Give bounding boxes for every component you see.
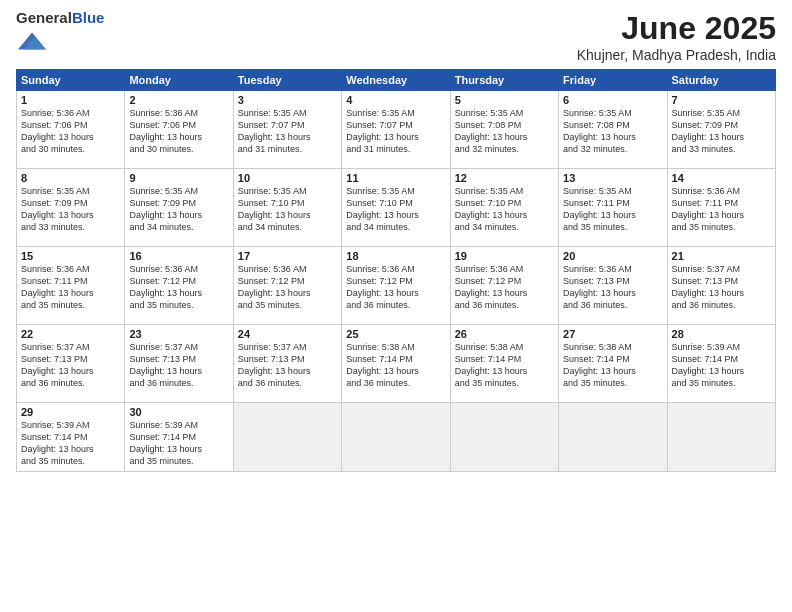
calendar-header-row: SundayMondayTuesdayWednesdayThursdayFrid… bbox=[17, 70, 776, 91]
day-info: Sunrise: 5:38 AM Sunset: 7:14 PM Dayligh… bbox=[346, 341, 445, 390]
day-number: 11 bbox=[346, 172, 445, 184]
day-info: Sunrise: 5:36 AM Sunset: 7:11 PM Dayligh… bbox=[21, 263, 120, 312]
calendar-cell: 15Sunrise: 5:36 AM Sunset: 7:11 PM Dayli… bbox=[17, 247, 125, 325]
calendar-cell bbox=[233, 403, 341, 472]
day-info: Sunrise: 5:35 AM Sunset: 7:10 PM Dayligh… bbox=[346, 185, 445, 234]
day-info: Sunrise: 5:36 AM Sunset: 7:06 PM Dayligh… bbox=[21, 107, 120, 156]
column-header-thursday: Thursday bbox=[450, 70, 558, 91]
day-info: Sunrise: 5:38 AM Sunset: 7:14 PM Dayligh… bbox=[563, 341, 662, 390]
day-number: 28 bbox=[672, 328, 771, 340]
day-number: 15 bbox=[21, 250, 120, 262]
day-info: Sunrise: 5:36 AM Sunset: 7:11 PM Dayligh… bbox=[672, 185, 771, 234]
day-number: 19 bbox=[455, 250, 554, 262]
column-header-friday: Friday bbox=[559, 70, 667, 91]
calendar-cell: 3Sunrise: 5:35 AM Sunset: 7:07 PM Daylig… bbox=[233, 91, 341, 169]
day-number: 3 bbox=[238, 94, 337, 106]
calendar-cell: 6Sunrise: 5:35 AM Sunset: 7:08 PM Daylig… bbox=[559, 91, 667, 169]
day-number: 20 bbox=[563, 250, 662, 262]
calendar-cell: 21Sunrise: 5:37 AM Sunset: 7:13 PM Dayli… bbox=[667, 247, 775, 325]
calendar-table: SundayMondayTuesdayWednesdayThursdayFrid… bbox=[16, 69, 776, 472]
calendar-cell: 13Sunrise: 5:35 AM Sunset: 7:11 PM Dayli… bbox=[559, 169, 667, 247]
day-info: Sunrise: 5:37 AM Sunset: 7:13 PM Dayligh… bbox=[238, 341, 337, 390]
day-number: 6 bbox=[563, 94, 662, 106]
day-info: Sunrise: 5:38 AM Sunset: 7:14 PM Dayligh… bbox=[455, 341, 554, 390]
calendar-cell: 18Sunrise: 5:36 AM Sunset: 7:12 PM Dayli… bbox=[342, 247, 450, 325]
calendar-cell: 14Sunrise: 5:36 AM Sunset: 7:11 PM Dayli… bbox=[667, 169, 775, 247]
day-info: Sunrise: 5:35 AM Sunset: 7:09 PM Dayligh… bbox=[21, 185, 120, 234]
day-number: 13 bbox=[563, 172, 662, 184]
day-info: Sunrise: 5:36 AM Sunset: 7:13 PM Dayligh… bbox=[563, 263, 662, 312]
calendar-cell: 5Sunrise: 5:35 AM Sunset: 7:08 PM Daylig… bbox=[450, 91, 558, 169]
day-number: 24 bbox=[238, 328, 337, 340]
logo-icon bbox=[18, 27, 46, 55]
calendar-cell: 28Sunrise: 5:39 AM Sunset: 7:14 PM Dayli… bbox=[667, 325, 775, 403]
calendar-week-row: 29Sunrise: 5:39 AM Sunset: 7:14 PM Dayli… bbox=[17, 403, 776, 472]
calendar-cell bbox=[450, 403, 558, 472]
calendar-week-row: 8Sunrise: 5:35 AM Sunset: 7:09 PM Daylig… bbox=[17, 169, 776, 247]
logo: GeneralBlue bbox=[16, 10, 104, 59]
column-header-saturday: Saturday bbox=[667, 70, 775, 91]
calendar-body: 1Sunrise: 5:36 AM Sunset: 7:06 PM Daylig… bbox=[17, 91, 776, 472]
calendar-cell: 20Sunrise: 5:36 AM Sunset: 7:13 PM Dayli… bbox=[559, 247, 667, 325]
day-info: Sunrise: 5:35 AM Sunset: 7:10 PM Dayligh… bbox=[238, 185, 337, 234]
calendar-cell: 4Sunrise: 5:35 AM Sunset: 7:07 PM Daylig… bbox=[342, 91, 450, 169]
day-info: Sunrise: 5:36 AM Sunset: 7:12 PM Dayligh… bbox=[238, 263, 337, 312]
calendar-cell: 24Sunrise: 5:37 AM Sunset: 7:13 PM Dayli… bbox=[233, 325, 341, 403]
day-info: Sunrise: 5:35 AM Sunset: 7:09 PM Dayligh… bbox=[672, 107, 771, 156]
calendar-cell: 12Sunrise: 5:35 AM Sunset: 7:10 PM Dayli… bbox=[450, 169, 558, 247]
header: GeneralBlue June 2025 Khujner, Madhya Pr… bbox=[16, 10, 776, 63]
day-info: Sunrise: 5:37 AM Sunset: 7:13 PM Dayligh… bbox=[672, 263, 771, 312]
day-number: 5 bbox=[455, 94, 554, 106]
calendar-cell: 25Sunrise: 5:38 AM Sunset: 7:14 PM Dayli… bbox=[342, 325, 450, 403]
calendar-cell: 16Sunrise: 5:36 AM Sunset: 7:12 PM Dayli… bbox=[125, 247, 233, 325]
day-number: 10 bbox=[238, 172, 337, 184]
calendar-cell: 1Sunrise: 5:36 AM Sunset: 7:06 PM Daylig… bbox=[17, 91, 125, 169]
day-number: 17 bbox=[238, 250, 337, 262]
calendar-cell: 11Sunrise: 5:35 AM Sunset: 7:10 PM Dayli… bbox=[342, 169, 450, 247]
day-info: Sunrise: 5:36 AM Sunset: 7:12 PM Dayligh… bbox=[129, 263, 228, 312]
day-info: Sunrise: 5:37 AM Sunset: 7:13 PM Dayligh… bbox=[21, 341, 120, 390]
calendar-week-row: 15Sunrise: 5:36 AM Sunset: 7:11 PM Dayli… bbox=[17, 247, 776, 325]
day-info: Sunrise: 5:35 AM Sunset: 7:07 PM Dayligh… bbox=[346, 107, 445, 156]
day-number: 26 bbox=[455, 328, 554, 340]
day-number: 7 bbox=[672, 94, 771, 106]
day-info: Sunrise: 5:35 AM Sunset: 7:09 PM Dayligh… bbox=[129, 185, 228, 234]
title-block: June 2025 Khujner, Madhya Pradesh, India bbox=[577, 10, 776, 63]
day-number: 23 bbox=[129, 328, 228, 340]
calendar-cell: 22Sunrise: 5:37 AM Sunset: 7:13 PM Dayli… bbox=[17, 325, 125, 403]
calendar-cell: 29Sunrise: 5:39 AM Sunset: 7:14 PM Dayli… bbox=[17, 403, 125, 472]
day-number: 21 bbox=[672, 250, 771, 262]
calendar-cell: 7Sunrise: 5:35 AM Sunset: 7:09 PM Daylig… bbox=[667, 91, 775, 169]
column-header-sunday: Sunday bbox=[17, 70, 125, 91]
day-info: Sunrise: 5:36 AM Sunset: 7:06 PM Dayligh… bbox=[129, 107, 228, 156]
calendar-week-row: 22Sunrise: 5:37 AM Sunset: 7:13 PM Dayli… bbox=[17, 325, 776, 403]
calendar-cell: 2Sunrise: 5:36 AM Sunset: 7:06 PM Daylig… bbox=[125, 91, 233, 169]
day-number: 27 bbox=[563, 328, 662, 340]
column-header-wednesday: Wednesday bbox=[342, 70, 450, 91]
day-info: Sunrise: 5:35 AM Sunset: 7:07 PM Dayligh… bbox=[238, 107, 337, 156]
location: Khujner, Madhya Pradesh, India bbox=[577, 47, 776, 63]
calendar-cell: 19Sunrise: 5:36 AM Sunset: 7:12 PM Dayli… bbox=[450, 247, 558, 325]
calendar-cell bbox=[342, 403, 450, 472]
day-info: Sunrise: 5:39 AM Sunset: 7:14 PM Dayligh… bbox=[21, 419, 120, 468]
day-info: Sunrise: 5:36 AM Sunset: 7:12 PM Dayligh… bbox=[346, 263, 445, 312]
day-info: Sunrise: 5:37 AM Sunset: 7:13 PM Dayligh… bbox=[129, 341, 228, 390]
day-number: 2 bbox=[129, 94, 228, 106]
calendar-cell: 17Sunrise: 5:36 AM Sunset: 7:12 PM Dayli… bbox=[233, 247, 341, 325]
month-title: June 2025 bbox=[577, 10, 776, 47]
calendar-cell: 8Sunrise: 5:35 AM Sunset: 7:09 PM Daylig… bbox=[17, 169, 125, 247]
day-number: 16 bbox=[129, 250, 228, 262]
day-info: Sunrise: 5:35 AM Sunset: 7:11 PM Dayligh… bbox=[563, 185, 662, 234]
day-info: Sunrise: 5:39 AM Sunset: 7:14 PM Dayligh… bbox=[672, 341, 771, 390]
day-info: Sunrise: 5:39 AM Sunset: 7:14 PM Dayligh… bbox=[129, 419, 228, 468]
calendar-cell: 27Sunrise: 5:38 AM Sunset: 7:14 PM Dayli… bbox=[559, 325, 667, 403]
column-header-monday: Monday bbox=[125, 70, 233, 91]
day-number: 12 bbox=[455, 172, 554, 184]
calendar-cell: 26Sunrise: 5:38 AM Sunset: 7:14 PM Dayli… bbox=[450, 325, 558, 403]
day-number: 14 bbox=[672, 172, 771, 184]
day-number: 18 bbox=[346, 250, 445, 262]
day-number: 22 bbox=[21, 328, 120, 340]
calendar-cell: 10Sunrise: 5:35 AM Sunset: 7:10 PM Dayli… bbox=[233, 169, 341, 247]
day-number: 30 bbox=[129, 406, 228, 418]
calendar-cell: 23Sunrise: 5:37 AM Sunset: 7:13 PM Dayli… bbox=[125, 325, 233, 403]
